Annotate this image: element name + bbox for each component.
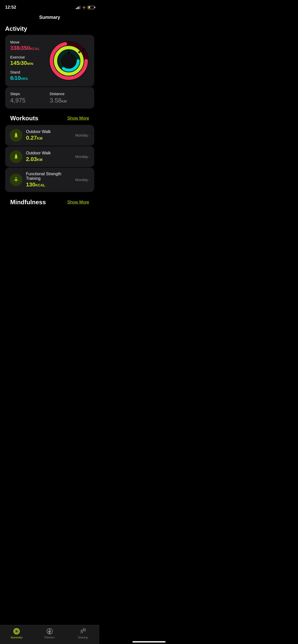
workout-2-name: Outdoor Walk: [26, 151, 72, 155]
status-icons: [76, 6, 94, 9]
move-value: 338/350KCAL: [10, 45, 40, 51]
wifi-icon: [82, 6, 86, 9]
exercise-label: Exercise: [10, 55, 40, 59]
mindfulness-title: Mindfulness: [10, 199, 46, 206]
exercise-value: 145/30MIN: [10, 60, 40, 66]
move-stat: Move 338/350KCAL: [10, 40, 40, 51]
stand-stat: Stand 6/10HRS: [10, 70, 40, 81]
steps-label: Steps: [10, 92, 50, 96]
workout-3-name: Functional Strength Training: [26, 172, 72, 181]
signal-icon: [76, 6, 80, 9]
mindfulness-show-more-button[interactable]: Show More: [67, 200, 89, 205]
workout-2-info: Outdoor Walk 2.03KM: [26, 151, 72, 163]
workout-2-day: Monday ›: [75, 155, 90, 159]
workout-1-metric: 0.27KM: [26, 135, 72, 141]
workout-walk-icon-2: [10, 150, 22, 163]
workout-1-name: Outdoor Walk: [26, 129, 72, 134]
mindfulness-header: Mindfulness Show More: [5, 199, 94, 209]
svg-point-16: [16, 133, 17, 134]
workout-3-metric: 130KCAL: [26, 181, 72, 188]
workout-item[interactable]: Outdoor Walk 2.03KM Monday ›: [5, 146, 94, 167]
workout-item[interactable]: Outdoor Walk 0.27KM Monday ›: [5, 125, 94, 146]
exercise-stat: Exercise 145/30MIN: [10, 55, 40, 66]
mindfulness-section: Mindfulness Show More: [0, 193, 99, 209]
workout-item[interactable]: Functional Strength Training 130KCAL Mon…: [5, 168, 94, 192]
workouts-header: Workouts Show More: [5, 115, 94, 125]
steps-value: 4,975: [10, 97, 50, 104]
workout-walk-icon-1: [10, 129, 22, 142]
svg-point-18: [16, 177, 17, 178]
workouts-title: Workouts: [10, 115, 38, 122]
status-time: 12:52: [5, 5, 16, 10]
steps-distance-card: Steps 4,975 Distance 3.58KM: [5, 87, 94, 109]
activity-stats: Move 338/350KCAL Exercise 145/30MIN: [10, 40, 40, 81]
distance-value: 3.58KM: [50, 97, 89, 104]
distance-item: Distance 3.58KM: [50, 92, 89, 104]
workouts-show-more-button[interactable]: Show More: [67, 116, 89, 121]
stand-value: 6/10HRS: [10, 75, 40, 81]
activity-section: Activity Move 338/350KCAL: [0, 25, 99, 109]
workout-1-day: Monday ›: [75, 133, 90, 137]
activity-rings: [48, 40, 89, 81]
steps-item: Steps 4,975: [10, 92, 50, 104]
activity-rings-card: Move 338/350KCAL Exercise 145/30MIN: [5, 35, 94, 86]
status-bar: 12:52: [0, 0, 99, 13]
workout-3-day: Monday ›: [75, 178, 90, 182]
activity-section-title: Activity: [5, 25, 27, 32]
page-title: Summary: [0, 13, 99, 25]
workout-strength-icon: [10, 173, 22, 186]
stand-label: Stand: [10, 70, 40, 74]
move-label: Move: [10, 40, 40, 44]
workout-2-metric: 2.03KM: [26, 156, 72, 163]
distance-label: Distance: [50, 92, 89, 96]
battery-icon: [88, 6, 94, 9]
workouts-section: Workouts Show More Outdoor Walk 0.27KM: [0, 109, 99, 192]
svg-point-17: [16, 154, 17, 155]
workout-1-info: Outdoor Walk 0.27KM: [26, 129, 72, 141]
workout-3-info: Functional Strength Training 130KCAL: [26, 172, 72, 188]
